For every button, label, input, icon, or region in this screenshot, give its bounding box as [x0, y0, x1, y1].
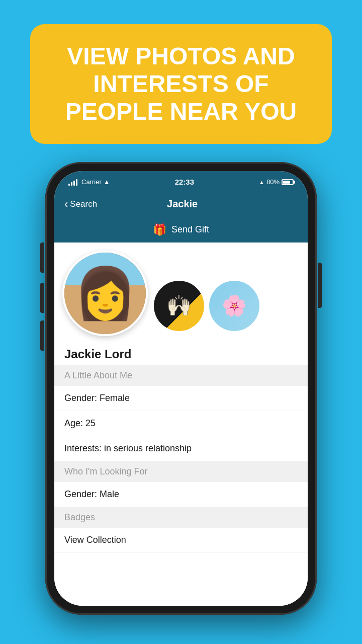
- back-label: Search: [70, 199, 97, 209]
- battery-icon: [282, 179, 294, 185]
- gift-bar[interactable]: 🎁 Send Gift: [54, 217, 308, 243]
- nav-bar: ‹ Search Jackie: [54, 191, 308, 217]
- age-field: Age: 25: [54, 411, 308, 436]
- profile-content: Jackie Lord A Little About Me Gender: Fe…: [54, 243, 308, 606]
- back-button[interactable]: ‹ Search: [64, 199, 97, 210]
- battery-fill: [283, 181, 290, 184]
- signal-bar-1: [68, 184, 70, 186]
- person-image: [64, 253, 146, 334]
- gift-icon: 🎁: [153, 223, 166, 236]
- badges-header: Badges: [54, 507, 308, 528]
- view-collection-field[interactable]: View Collection: [54, 528, 308, 553]
- signal-bar-2: [71, 182, 72, 186]
- nav-title: Jackie: [97, 198, 267, 210]
- phone-shell: Carrier ▲ 22:33 ▲ 80% ‹ Search J: [45, 162, 317, 615]
- carrier-label: Carrier: [81, 178, 102, 186]
- signal-bar-3: [73, 181, 75, 186]
- status-left: Carrier ▲: [68, 178, 110, 186]
- signal-bars: [68, 179, 77, 186]
- gender-field: Gender: Female: [54, 386, 308, 411]
- user-fullname: Jackie Lord: [54, 342, 308, 365]
- looking-for-gender-field: Gender: Male: [54, 482, 308, 507]
- about-me-header: A Little About Me: [54, 365, 308, 386]
- battery-percentage: 80%: [266, 178, 280, 186]
- wifi-icon: ▲: [104, 178, 110, 186]
- signal-bar-4: [76, 179, 77, 186]
- status-time: 22:33: [175, 178, 194, 186]
- photo-thumb-1[interactable]: [154, 281, 204, 331]
- hero-text: VIEW PHOTOS AND INTERESTS OF PEOPLE NEAR…: [45, 42, 317, 126]
- main-profile-photo[interactable]: [62, 251, 148, 336]
- status-right: ▲ 80%: [259, 178, 294, 186]
- status-bar: Carrier ▲ 22:33 ▲ 80%: [54, 171, 308, 191]
- looking-for-header: Who I'm Looking For: [54, 461, 308, 482]
- phone-screen: Carrier ▲ 22:33 ▲ 80% ‹ Search J: [54, 171, 308, 606]
- photos-section: [54, 243, 308, 342]
- chevron-left-icon: ‹: [64, 199, 68, 210]
- photo-thumb-2[interactable]: [209, 281, 259, 331]
- hero-banner: VIEW PHOTOS AND INTERESTS OF PEOPLE NEAR…: [30, 24, 332, 144]
- thumbnail-photos: [154, 281, 259, 336]
- location-icon: ▲: [259, 179, 264, 185]
- phone-mockup: Carrier ▲ 22:33 ▲ 80% ‹ Search J: [45, 162, 317, 615]
- send-gift-label: Send Gift: [171, 224, 209, 235]
- interests-field: Interests: in serious relationship: [54, 436, 308, 461]
